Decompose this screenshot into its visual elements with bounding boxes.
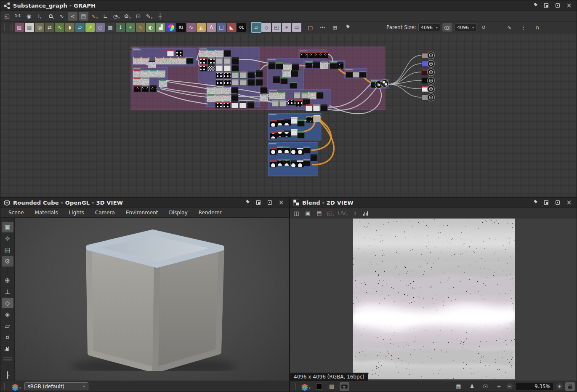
material-preview-icon[interactable]: ⊡ xyxy=(133,12,143,21)
compute-timing-icon[interactable]: ◔▾ xyxy=(112,12,121,21)
gradient-map-icon[interactable]: ◗ xyxy=(65,23,74,32)
crop-node-icon[interactable]: □ xyxy=(217,23,226,32)
pan-center-icon[interactable]: + xyxy=(494,382,504,391)
3d-viewport[interactable] xyxy=(15,218,289,381)
fit-view-icon[interactable]: ◱ xyxy=(2,12,12,21)
bitmap-node-icon[interactable]: ▨ xyxy=(15,23,24,32)
node-graph-canvas[interactable]: b xyxy=(0,33,577,197)
copy-image-icon[interactable]: ◫ xyxy=(292,209,301,218)
pin-button[interactable] xyxy=(531,199,539,206)
save-image-icon[interactable]: ▣ xyxy=(303,209,313,218)
axes-gizmo-icon[interactable]: ⊥ xyxy=(2,286,13,297)
transform-view-icon[interactable]: ◱▾ xyxy=(326,209,335,218)
histogram-icon[interactable] xyxy=(362,209,371,218)
zoom-actual-icon[interactable]: 1:1 xyxy=(13,12,23,21)
close-button[interactable]: × xyxy=(277,199,285,206)
menu-environment[interactable]: Environment xyxy=(120,208,164,217)
uniform-color-icon[interactable]: 01 xyxy=(176,23,186,32)
snap-grid-icon[interactable]: ┼ xyxy=(155,12,165,21)
transform-active-icon[interactable]: ▱ xyxy=(252,23,261,32)
dot-node-icon[interactable]: -•- xyxy=(318,23,327,32)
snap-magnet-icon[interactable]: ∩ xyxy=(532,23,542,32)
connection-style-icon[interactable]: ∿▾ xyxy=(90,12,99,21)
mannequin-icon[interactable]: ♟ xyxy=(467,382,477,391)
colorspace-dropdown[interactable]: sRGB (default)▾ xyxy=(24,382,88,390)
switch-node-icon[interactable]: 01 xyxy=(237,23,246,32)
maximize-button[interactable] xyxy=(553,2,562,9)
stack-view-icon[interactable]: ▤ xyxy=(79,12,88,21)
zoom-in-button[interactable]: + xyxy=(556,383,563,389)
display-filter-icon[interactable] xyxy=(340,382,349,391)
search-icon[interactable] xyxy=(46,12,56,21)
2d-canvas[interactable]: 4096 x 4096 (RGBA, 16bpc) xyxy=(290,219,577,381)
close-button[interactable]: × xyxy=(565,2,573,9)
menu-scene[interactable]: Scene xyxy=(3,208,29,217)
camera-icon[interactable]: ▣ xyxy=(2,222,13,232)
tile-sampler-icon[interactable]: ▦ xyxy=(106,23,115,32)
dynamic-value-icon[interactable]: ▭ xyxy=(292,23,301,32)
graph-view-icon[interactable]: ≺ xyxy=(68,12,77,21)
environment-image-icon[interactable]: ▤ xyxy=(2,245,13,255)
link-ends-icon[interactable]: ∿ xyxy=(57,12,66,21)
parent-height-dropdown[interactable]: 4096▾ xyxy=(455,24,476,31)
svg-node-icon[interactable]: ▧ xyxy=(25,23,34,32)
straighten-icon[interactable]: ↗ xyxy=(85,23,95,32)
float-window-button[interactable] xyxy=(542,199,550,206)
value-processor-icon[interactable]: ◰ xyxy=(272,23,281,32)
screenshot-icon[interactable]: ◉ xyxy=(24,12,34,21)
colorspace-layers-button[interactable]: ▾ xyxy=(11,382,22,391)
bottombar-grip[interactable] xyxy=(4,383,6,390)
menu-lights[interactable]: Lights xyxy=(64,208,90,217)
display-settings-icon[interactable]: ⚙ xyxy=(2,256,13,267)
light-icon[interactable]: ☼ xyxy=(2,233,13,244)
spline-node-icon[interactable]: ∿ xyxy=(186,23,196,32)
zoom-out-button[interactable]: − xyxy=(506,383,513,389)
toolbar-grip[interactable] xyxy=(4,24,6,31)
turntable-icon[interactable]: ¤ xyxy=(2,332,13,342)
channels-icon[interactable]: ▥ xyxy=(327,382,337,391)
close-button[interactable]: × xyxy=(565,199,573,206)
menu-renderer[interactable]: Renderer xyxy=(193,208,227,217)
blend-node-icon[interactable]: ◎ xyxy=(35,23,44,32)
toolbar-grip[interactable] xyxy=(11,24,13,31)
histogram-scan-icon[interactable]: ▟ xyxy=(156,23,165,32)
pin-button[interactable] xyxy=(243,199,251,206)
zoom-lock-button[interactable] xyxy=(565,382,575,391)
menu-display[interactable]: Display xyxy=(164,208,193,217)
shape-node-icon[interactable]: ○ xyxy=(96,23,105,32)
maximize-button[interactable] xyxy=(266,199,274,206)
background-color-swatch[interactable] xyxy=(314,382,324,391)
fx-map-icon[interactable]: ∗ xyxy=(282,23,291,32)
link-size-button[interactable] xyxy=(442,23,452,32)
hsl-node-icon[interactable] xyxy=(166,23,175,32)
connect-nodes-icon[interactable]: ∿ xyxy=(505,23,514,32)
tiling-icon[interactable]: ▦ xyxy=(454,382,463,391)
text-node-icon[interactable]: A xyxy=(207,23,216,32)
menu-camera[interactable]: Camera xyxy=(90,208,120,217)
curve-node-icon[interactable]: ∿ xyxy=(55,23,64,32)
float-window-button[interactable] xyxy=(254,199,263,206)
parent-width-dropdown[interactable]: 4096▾ xyxy=(418,24,440,31)
scene-tree-icon[interactable]: ┠ xyxy=(2,370,13,380)
menu-materials[interactable]: Materials xyxy=(29,208,64,217)
cube-mesh-icon[interactable]: ◇ xyxy=(2,298,13,308)
wireframe-icon[interactable]: ⊕ xyxy=(2,275,13,285)
maximize-button[interactable] xyxy=(553,199,562,206)
float-window-button[interactable] xyxy=(542,2,550,9)
pin-button[interactable] xyxy=(531,2,539,9)
elbow-connection-icon[interactable]: ∟ xyxy=(101,12,110,21)
bottombar-grip[interactable] xyxy=(294,383,296,390)
gradient-pin-icon[interactable]: ⌖ xyxy=(126,23,135,32)
paste-image-icon[interactable]: ▤ xyxy=(314,209,324,218)
stats-icon[interactable] xyxy=(2,343,13,354)
zoom-level-input[interactable] xyxy=(515,383,554,390)
comment-icon[interactable]: ▢ xyxy=(306,23,315,32)
info-icon[interactable]: i xyxy=(350,209,360,218)
align-vertical-icon[interactable]: ⋮ xyxy=(519,23,528,32)
plane-mesh-icon[interactable]: ▱ xyxy=(2,320,13,331)
cube-vertices-icon[interactable]: ◈ xyxy=(2,309,13,320)
grayscale-conversion-icon[interactable]: ◐ xyxy=(146,23,155,32)
transform-node-icon[interactable]: ▱ xyxy=(75,23,85,32)
tools-icon[interactable]: ⚙▾ xyxy=(122,12,132,21)
channel-shuffle-icon[interactable]: ⇄ xyxy=(45,23,54,32)
